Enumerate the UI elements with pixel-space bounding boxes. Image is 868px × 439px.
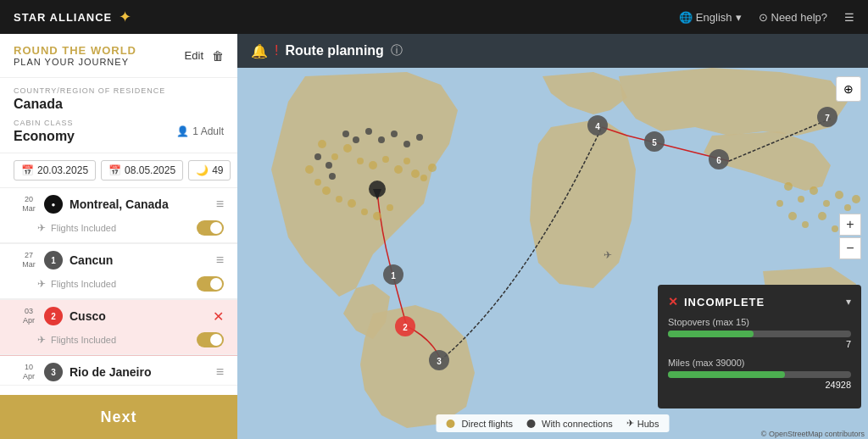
svg-point-41: [844, 204, 851, 211]
stop3-name: Rio de Janeiro: [70, 365, 216, 379]
svg-point-32: [348, 199, 356, 208]
menu-icon[interactable]: ☰: [844, 11, 854, 24]
svg-point-28: [305, 165, 314, 174]
language-selector[interactable]: 🌐 English ▾: [679, 11, 742, 24]
stop1-toggle[interactable]: [197, 276, 224, 292]
calendar-icon-2: 📅: [108, 164, 121, 176]
brand-area: STAR ALLIANCE ✦: [14, 8, 131, 26]
zoom-in-button[interactable]: +: [839, 214, 861, 236]
stopovers-bar-fill: [668, 331, 754, 337]
moon-icon: 🌙: [196, 164, 209, 176]
globe-icon: 🌐: [679, 11, 693, 24]
miles-stat: Miles (max 39000) 24928: [668, 358, 851, 390]
end-date-badge[interactable]: 📅 08.05.2025: [101, 160, 183, 181]
legend-hubs: ✈ Hubs: [626, 418, 659, 429]
flights-included-text: Flights Included: [51, 223, 192, 233]
start-date-badge[interactable]: 📅 20.03.2025: [14, 160, 96, 181]
origin-dot: ●: [44, 195, 63, 214]
chevron-down-icon[interactable]: ▾: [846, 296, 851, 308]
stop2-date: 03 Apr: [14, 307, 44, 325]
alert-exclamation-icon: !: [275, 43, 278, 58]
rtw-label: ROUND THE WORLD: [14, 44, 136, 57]
origin-item: 20 Mar ● Montreal, Canada ≡ ✈ Flights In…: [0, 188, 237, 244]
svg-point-51: [342, 131, 349, 137]
info-icon: ⓘ: [391, 43, 403, 58]
cabin-label: CABIN CLASS: [14, 119, 75, 127]
help-link[interactable]: ⊙ Need help?: [759, 11, 828, 24]
svg-point-43: [776, 200, 783, 207]
origin-menu-icon[interactable]: ≡: [216, 197, 224, 212]
svg-text:✈: ✈: [604, 249, 612, 261]
svg-point-38: [810, 186, 818, 195]
stop2-flight-row: ✈ Flights Included: [0, 329, 237, 355]
star-icon: ✦: [119, 8, 131, 26]
flight-icon: ✈: [37, 222, 46, 234]
stop2-delete-icon[interactable]: ✕: [213, 308, 224, 325]
legend-direct: Direct flights: [447, 419, 514, 429]
brand-logo: STAR ALLIANCE: [14, 11, 112, 24]
svg-point-29: [314, 179, 321, 186]
svg-point-23: [394, 165, 403, 174]
stop2-flights-text: Flights Included: [51, 335, 192, 345]
map-layers-button[interactable]: ⊕: [836, 76, 861, 102]
map-attribution: © OpenStreetMap contributors: [761, 430, 865, 438]
svg-point-20: [357, 158, 364, 164]
stopovers-value: 7: [668, 339, 851, 349]
stop3-menu-icon[interactable]: ≡: [216, 364, 224, 380]
svg-point-42: [852, 195, 860, 203]
adult-info: 👤 1 Adult: [176, 125, 224, 137]
route-planning-bar: 🔔 ! Route planning ⓘ: [237, 34, 868, 68]
svg-point-33: [361, 208, 368, 215]
next-button[interactable]: Next: [0, 395, 237, 439]
calendar-icon: 📅: [21, 164, 34, 176]
svg-point-49: [365, 128, 372, 135]
svg-point-35: [387, 204, 393, 211]
svg-point-46: [818, 212, 826, 220]
stop2-number: 2: [44, 307, 63, 325]
svg-point-54: [403, 141, 410, 147]
person-icon: 👤: [176, 125, 189, 137]
stop1-flight-icon: ✈: [37, 278, 46, 290]
country-value: Canada: [14, 97, 165, 112]
sidebar-header: ROUND THE WORLD PLAN YOUR JOURNEY Edit 🗑: [0, 34, 237, 78]
journey-meta: COUNTRY/REGION OF RESIDENCE Canada CABIN…: [0, 78, 237, 153]
svg-text:1: 1: [391, 271, 396, 281]
stopovers-label: Stopovers (max 15): [668, 317, 851, 327]
incomplete-title: ✕ INCOMPLETE: [668, 295, 765, 308]
stop-item-1: 27 Mar 1 Cancun ≡ ✈ Flights Included: [0, 244, 237, 300]
svg-point-45: [802, 221, 809, 228]
map-legend: Direct flights With connections ✈ Hubs: [437, 414, 670, 432]
sidebar: ROUND THE WORLD PLAN YOUR JOURNEY Edit 🗑…: [0, 34, 237, 439]
stopovers-bar-bg: [668, 331, 851, 337]
svg-text:7: 7: [825, 114, 830, 123]
svg-point-57: [326, 162, 332, 169]
header-controls: 🌐 English ▾ ⊙ Need help? ☰: [679, 11, 854, 24]
svg-point-39: [823, 200, 830, 207]
svg-point-40: [835, 191, 843, 199]
trash-icon[interactable]: 🗑: [212, 49, 224, 63]
stopovers-stat: Stopovers (max 15) 7: [668, 317, 851, 349]
svg-point-50: [353, 136, 359, 143]
stop1-menu-icon[interactable]: ≡: [216, 253, 224, 268]
edit-button[interactable]: Edit: [185, 49, 203, 62]
main-layout: ROUND THE WORLD PLAN YOUR JOURNEY Edit 🗑…: [0, 34, 868, 439]
stop2-toggle[interactable]: [197, 332, 224, 347]
svg-point-44: [788, 212, 797, 220]
origin-date: 20 Mar: [14, 195, 44, 214]
flights-toggle[interactable]: [197, 220, 224, 236]
stop1-flights-text: Flights Included: [51, 279, 192, 289]
svg-point-36: [784, 182, 793, 191]
map-area[interactable]: 🔔 ! Route planning ⓘ: [237, 34, 868, 439]
direct-dot: [447, 420, 455, 428]
legend-connections: With connections: [526, 419, 613, 429]
stop-item-3: 10 Apr 3 Rio de Janeiro ≡: [0, 356, 237, 386]
chevron-down-icon: ▾: [736, 11, 742, 24]
miles-value: 24928: [668, 380, 851, 390]
svg-point-26: [420, 175, 427, 181]
svg-point-27: [428, 164, 437, 172]
stop1-flight-row: ✈ Flights Included: [0, 273, 237, 299]
help-icon: ⊙: [759, 11, 768, 24]
route-list: 20 Mar ● Montreal, Canada ≡ ✈ Flights In…: [0, 188, 237, 395]
zoom-out-button[interactable]: −: [839, 237, 861, 259]
stop1-number: 1: [44, 251, 63, 270]
